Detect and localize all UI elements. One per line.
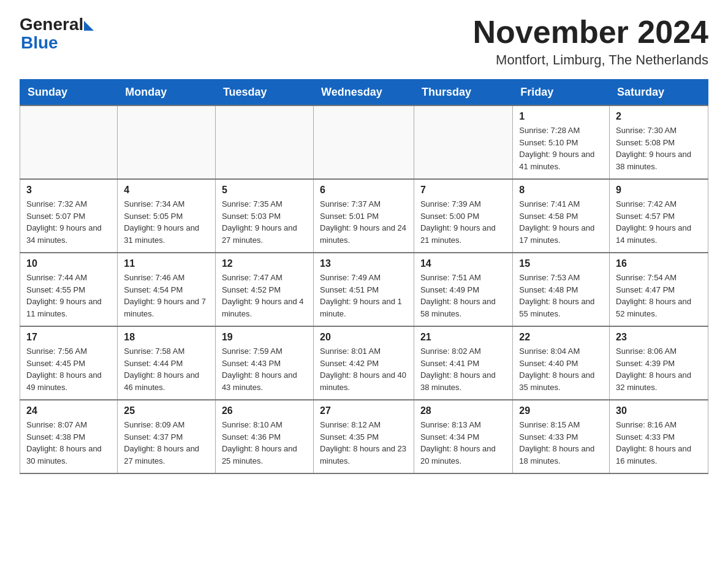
day-number: 23 <box>616 332 702 343</box>
calendar-header-monday: Monday <box>118 80 216 106</box>
day-number: 29 <box>519 405 603 416</box>
calendar-cell <box>20 105 118 179</box>
calendar-header-saturday: Saturday <box>610 80 708 106</box>
logo-general-text: General <box>20 15 83 34</box>
day-info: Sunrise: 7:35 AMSunset: 5:03 PMDaylight:… <box>222 198 307 246</box>
day-number: 7 <box>420 185 506 196</box>
day-info: Sunrise: 7:58 AMSunset: 4:44 PMDaylight:… <box>124 345 209 393</box>
day-number: 21 <box>420 332 506 343</box>
calendar-header-tuesday: Tuesday <box>215 80 313 106</box>
calendar-header-thursday: Thursday <box>414 80 512 106</box>
day-number: 25 <box>124 405 209 416</box>
day-number: 22 <box>519 332 603 343</box>
day-info: Sunrise: 7:39 AMSunset: 5:00 PMDaylight:… <box>420 198 506 246</box>
calendar-cell: 12Sunrise: 7:47 AMSunset: 4:52 PMDayligh… <box>215 253 313 326</box>
day-number: 18 <box>124 332 209 343</box>
day-number: 24 <box>26 405 111 416</box>
calendar-table: SundayMondayTuesdayWednesdayThursdayFrid… <box>20 79 708 474</box>
day-info: Sunrise: 7:32 AMSunset: 5:07 PMDaylight:… <box>26 198 111 246</box>
day-info: Sunrise: 7:54 AMSunset: 4:47 PMDaylight:… <box>616 272 702 320</box>
day-number: 6 <box>320 185 408 196</box>
day-number: 4 <box>124 185 209 196</box>
day-info: Sunrise: 8:07 AMSunset: 4:38 PMDaylight:… <box>26 419 111 467</box>
calendar-week-row: 3Sunrise: 7:32 AMSunset: 5:07 PMDaylight… <box>20 179 708 253</box>
day-info: Sunrise: 8:01 AMSunset: 4:42 PMDaylight:… <box>320 345 408 393</box>
day-number: 2 <box>616 111 702 122</box>
day-number: 5 <box>222 185 307 196</box>
calendar-cell: 25Sunrise: 8:09 AMSunset: 4:37 PMDayligh… <box>118 400 216 473</box>
calendar-week-row: 24Sunrise: 8:07 AMSunset: 4:38 PMDayligh… <box>20 400 708 473</box>
calendar-cell: 29Sunrise: 8:15 AMSunset: 4:33 PMDayligh… <box>513 400 610 473</box>
title-area: November 2024 Montfort, Limburg, The Net… <box>473 15 708 68</box>
calendar-cell: 13Sunrise: 7:49 AMSunset: 4:51 PMDayligh… <box>314 253 414 326</box>
calendar-cell: 20Sunrise: 8:01 AMSunset: 4:42 PMDayligh… <box>314 326 414 400</box>
calendar-cell: 23Sunrise: 8:06 AMSunset: 4:39 PMDayligh… <box>610 326 708 400</box>
logo-arrow-icon <box>84 21 94 31</box>
calendar-cell: 3Sunrise: 7:32 AMSunset: 5:07 PMDaylight… <box>20 179 118 253</box>
day-info: Sunrise: 8:13 AMSunset: 4:34 PMDaylight:… <box>420 419 506 467</box>
calendar-cell: 10Sunrise: 7:44 AMSunset: 4:55 PMDayligh… <box>20 253 118 326</box>
calendar-cell: 16Sunrise: 7:54 AMSunset: 4:47 PMDayligh… <box>610 253 708 326</box>
day-info: Sunrise: 8:15 AMSunset: 4:33 PMDaylight:… <box>519 419 603 467</box>
calendar-cell: 18Sunrise: 7:58 AMSunset: 4:44 PMDayligh… <box>118 326 216 400</box>
page-subtitle: Montfort, Limburg, The Netherlands <box>473 52 708 68</box>
day-info: Sunrise: 7:34 AMSunset: 5:05 PMDaylight:… <box>124 198 209 246</box>
calendar-cell: 8Sunrise: 7:41 AMSunset: 4:58 PMDaylight… <box>513 179 610 253</box>
calendar-header-sunday: Sunday <box>20 80 118 106</box>
day-info: Sunrise: 8:16 AMSunset: 4:33 PMDaylight:… <box>616 419 702 467</box>
calendar-cell: 26Sunrise: 8:10 AMSunset: 4:36 PMDayligh… <box>215 400 313 473</box>
day-info: Sunrise: 7:37 AMSunset: 5:01 PMDaylight:… <box>320 198 408 246</box>
day-number: 3 <box>26 185 111 196</box>
calendar-cell: 27Sunrise: 8:12 AMSunset: 4:35 PMDayligh… <box>314 400 414 473</box>
calendar-cell <box>118 105 216 179</box>
day-number: 8 <box>519 185 603 196</box>
day-info: Sunrise: 7:47 AMSunset: 4:52 PMDaylight:… <box>222 272 307 320</box>
day-number: 17 <box>26 332 111 343</box>
day-number: 14 <box>420 258 506 269</box>
page-title: November 2024 <box>473 15 708 50</box>
day-number: 13 <box>320 258 408 269</box>
calendar-cell: 22Sunrise: 8:04 AMSunset: 4:40 PMDayligh… <box>513 326 610 400</box>
calendar-week-row: 10Sunrise: 7:44 AMSunset: 4:55 PMDayligh… <box>20 253 708 326</box>
calendar-cell: 11Sunrise: 7:46 AMSunset: 4:54 PMDayligh… <box>118 253 216 326</box>
day-info: Sunrise: 8:10 AMSunset: 4:36 PMDaylight:… <box>222 419 307 467</box>
day-info: Sunrise: 8:06 AMSunset: 4:39 PMDaylight:… <box>616 345 702 393</box>
day-info: Sunrise: 7:59 AMSunset: 4:43 PMDaylight:… <box>222 345 307 393</box>
day-info: Sunrise: 7:30 AMSunset: 5:08 PMDaylight:… <box>616 124 702 172</box>
day-number: 10 <box>26 258 111 269</box>
day-number: 30 <box>616 405 702 416</box>
day-number: 9 <box>616 185 702 196</box>
calendar-cell: 6Sunrise: 7:37 AMSunset: 5:01 PMDaylight… <box>314 179 414 253</box>
calendar-cell: 19Sunrise: 7:59 AMSunset: 4:43 PMDayligh… <box>215 326 313 400</box>
day-number: 19 <box>222 332 307 343</box>
calendar-cell: 17Sunrise: 7:56 AMSunset: 4:45 PMDayligh… <box>20 326 118 400</box>
day-info: Sunrise: 8:04 AMSunset: 4:40 PMDaylight:… <box>519 345 603 393</box>
calendar-cell: 9Sunrise: 7:42 AMSunset: 4:57 PMDaylight… <box>610 179 708 253</box>
day-number: 16 <box>616 258 702 269</box>
day-number: 28 <box>420 405 506 416</box>
day-number: 26 <box>222 405 307 416</box>
day-info: Sunrise: 8:12 AMSunset: 4:35 PMDaylight:… <box>320 419 408 467</box>
calendar-week-row: 17Sunrise: 7:56 AMSunset: 4:45 PMDayligh… <box>20 326 708 400</box>
day-number: 12 <box>222 258 307 269</box>
day-number: 11 <box>124 258 209 269</box>
calendar-cell: 24Sunrise: 8:07 AMSunset: 4:38 PMDayligh… <box>20 400 118 473</box>
calendar-cell <box>414 105 512 179</box>
calendar-cell <box>314 105 414 179</box>
calendar-cell: 30Sunrise: 8:16 AMSunset: 4:33 PMDayligh… <box>610 400 708 473</box>
calendar-cell: 4Sunrise: 7:34 AMSunset: 5:05 PMDaylight… <box>118 179 216 253</box>
day-number: 20 <box>320 332 408 343</box>
calendar-cell: 28Sunrise: 8:13 AMSunset: 4:34 PMDayligh… <box>414 400 512 473</box>
calendar-cell <box>215 105 313 179</box>
calendar-week-row: 1Sunrise: 7:28 AMSunset: 5:10 PMDaylight… <box>20 105 708 179</box>
page-header: General Blue November 2024 Montfort, Lim… <box>20 15 708 68</box>
logo: General Blue <box>20 15 94 53</box>
day-info: Sunrise: 7:49 AMSunset: 4:51 PMDaylight:… <box>320 272 408 320</box>
calendar-header-friday: Friday <box>513 80 610 106</box>
day-info: Sunrise: 7:46 AMSunset: 4:54 PMDaylight:… <box>124 272 209 320</box>
day-info: Sunrise: 8:09 AMSunset: 4:37 PMDaylight:… <box>124 419 209 467</box>
logo-blue-text: Blue <box>21 33 58 52</box>
day-info: Sunrise: 7:28 AMSunset: 5:10 PMDaylight:… <box>519 124 603 172</box>
calendar-cell: 5Sunrise: 7:35 AMSunset: 5:03 PMDaylight… <box>215 179 313 253</box>
calendar-cell: 1Sunrise: 7:28 AMSunset: 5:10 PMDaylight… <box>513 105 610 179</box>
